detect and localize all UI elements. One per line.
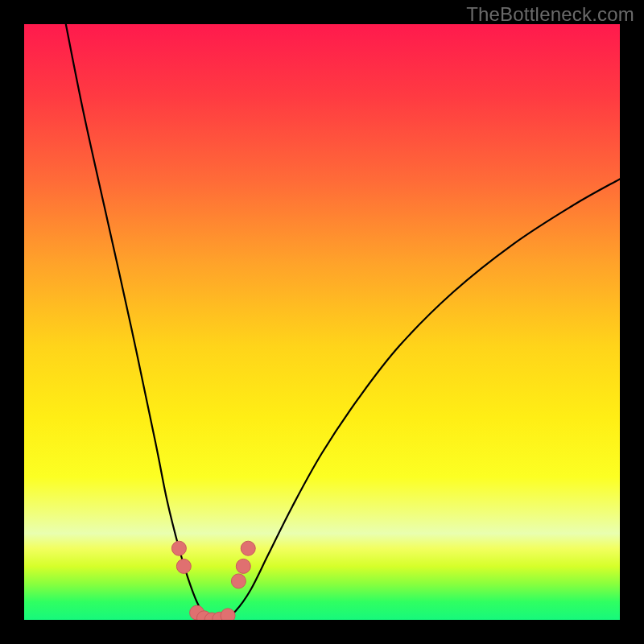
watermark-text: TheBottleneck.com — [466, 3, 634, 26]
bottleneck-curve — [66, 24, 620, 620]
valley-marker — [176, 559, 191, 573]
chart-frame: TheBottleneck.com — [0, 0, 644, 644]
valley-marker — [231, 574, 246, 588]
valley-marker — [236, 559, 250, 573]
valley-markers — [171, 541, 255, 620]
valley-marker — [221, 609, 235, 620]
valley-marker — [241, 541, 255, 555]
valley-marker — [171, 541, 186, 555]
curve-layer — [24, 24, 620, 620]
plot-area — [24, 24, 620, 620]
